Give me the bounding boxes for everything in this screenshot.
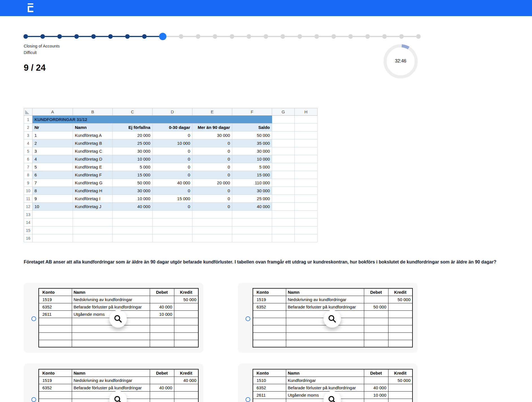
question-progress: 9 / 24 (24, 63, 46, 73)
journal-cell: 1519 (39, 296, 72, 303)
journal-cell: 50 000 (174, 296, 198, 303)
sheet-data-cell: 25 000 (113, 139, 153, 147)
answer-option-4[interactable]: KontoNamnDebetKredit1510Kundfordringar50… (238, 364, 418, 402)
sheet-header-cell: Namn (73, 124, 113, 131)
journal-cell: 10 000 (364, 391, 388, 399)
journal-row: 1519Nedskrivning av kundfordringar50 000 (39, 296, 198, 303)
sheet-cell-empty (272, 163, 295, 171)
sheet-cell-empty (272, 226, 295, 234)
journal-cell (39, 332, 72, 340)
sheet-data-cell: 4 (32, 155, 73, 163)
row-number: 15 (24, 226, 32, 234)
stepper-dot (348, 34, 353, 39)
sheet-cell-empty (153, 234, 192, 242)
journal-cell (150, 325, 174, 332)
answer-option-1[interactable]: KontoNamnDebetKredit1519Nedskrivning av … (24, 283, 203, 353)
option-radio[interactable] (246, 397, 250, 402)
sheet-data-cell: Kundföretag G (73, 179, 113, 187)
journal-cell (253, 340, 286, 347)
stepper-connector (79, 36, 91, 37)
journal-cell (39, 391, 72, 399)
journal-cell: Befarade förluster på kundfordringar (286, 303, 364, 310)
sheet-data-cell: 5 000 (113, 163, 153, 171)
sheet-header-cell: Ej förfallna (113, 124, 153, 131)
sheet-cell-empty (295, 124, 318, 131)
sheet-data-cell: 0 (192, 147, 232, 155)
journal-cell (388, 325, 412, 332)
stepper-connector (319, 36, 331, 37)
stepper-connector (251, 36, 264, 37)
sheet-data-cell: 10 000 (113, 155, 153, 163)
journal-cell (150, 399, 174, 402)
stepper-connector (302, 36, 314, 37)
timer: 32:46 (383, 44, 418, 79)
journal-cell (174, 325, 198, 332)
sheet-data-cell: 10 000 (113, 195, 153, 203)
option-radio[interactable] (246, 316, 250, 321)
journal-cell: Befarade förluster på kundfordringar (72, 384, 150, 391)
option-radio[interactable] (31, 316, 36, 321)
journal-cell (174, 391, 198, 399)
stepper-connector (183, 36, 196, 37)
journal-row (253, 340, 412, 347)
sheet-data-cell: 8 (32, 187, 73, 195)
sheet-data-cell: 10 000 (153, 139, 192, 147)
magnifier-icon[interactable] (323, 310, 341, 328)
select-all-corner (24, 108, 32, 116)
answer-option-2[interactable]: KontoNamnDebetKredit1519Nedskrivning av … (238, 283, 418, 353)
journal-cell: 6352 (253, 384, 286, 391)
sheet-cell-empty (32, 234, 73, 242)
row-number: 12 (24, 203, 32, 211)
journal-cell: 1510 (253, 377, 286, 384)
sheet-cell-empty (295, 179, 318, 187)
stepper-dot (108, 34, 113, 39)
journal-cell (286, 340, 364, 347)
sheet-cell-empty (272, 131, 295, 139)
sheet-cell-empty (32, 211, 73, 219)
stepper-connector (268, 36, 281, 37)
journal-header-cell: Kredit (388, 369, 412, 377)
column-letter: F (232, 108, 272, 116)
sheet-cell-empty (32, 219, 73, 226)
journal-cell (253, 310, 286, 318)
stepper-dot (416, 34, 421, 39)
journal-cell: Befarade förluster på kundfordringar (72, 303, 150, 310)
row-number: 4 (24, 139, 32, 147)
sheet-data-cell: 9 (32, 195, 73, 203)
journal-cell: 1519 (253, 296, 286, 303)
answer-option-3[interactable]: KontoNamnDebetKredit1519Nedskrivning av … (24, 364, 203, 402)
journal-cell (286, 325, 364, 332)
sheet-data-cell: 2 (32, 139, 73, 147)
sheet-cell-empty (272, 195, 295, 203)
sheet-cell-empty (295, 116, 318, 124)
sheet-cell-empty (272, 219, 295, 226)
sheet-cell-empty (73, 226, 113, 234)
journal-header-row: KontoNamnDebetKredit (39, 288, 198, 296)
journal-cell: Kundfordringar (286, 377, 364, 384)
row-number: 16 (24, 234, 32, 242)
sheet-data-cell: 0 (192, 171, 232, 179)
stepper-dot-current (159, 33, 166, 40)
sheet-data-cell: 5 (32, 163, 73, 171)
option-radio[interactable] (31, 397, 36, 402)
journal-cell (253, 332, 286, 340)
row-number: 10 (24, 187, 32, 195)
journal-cell: 40 000 (150, 384, 174, 391)
journal-header-row: KontoNamnDebetKredit (253, 288, 412, 296)
timer-value: 32:46 (383, 59, 418, 64)
sheet-cell-empty (192, 226, 232, 234)
journal-cell (388, 384, 412, 391)
sheet-data-cell: 0 (192, 195, 232, 203)
stepper-dot (281, 34, 285, 39)
journal-cell (150, 318, 174, 325)
row-number: 2 (24, 124, 32, 131)
sheet-cell-empty (295, 211, 318, 219)
stepper-connector (166, 36, 179, 37)
magnifier-icon[interactable] (109, 310, 127, 328)
stepper-dot (40, 34, 45, 39)
journal-header-row: KontoNamnDebetKredit (39, 369, 198, 377)
sheet-data-cell: 6 (32, 171, 73, 179)
journal-cell: 2611 (39, 310, 72, 318)
sheet-data-cell: 7 (32, 179, 73, 187)
sheet-cell-empty (295, 163, 318, 171)
